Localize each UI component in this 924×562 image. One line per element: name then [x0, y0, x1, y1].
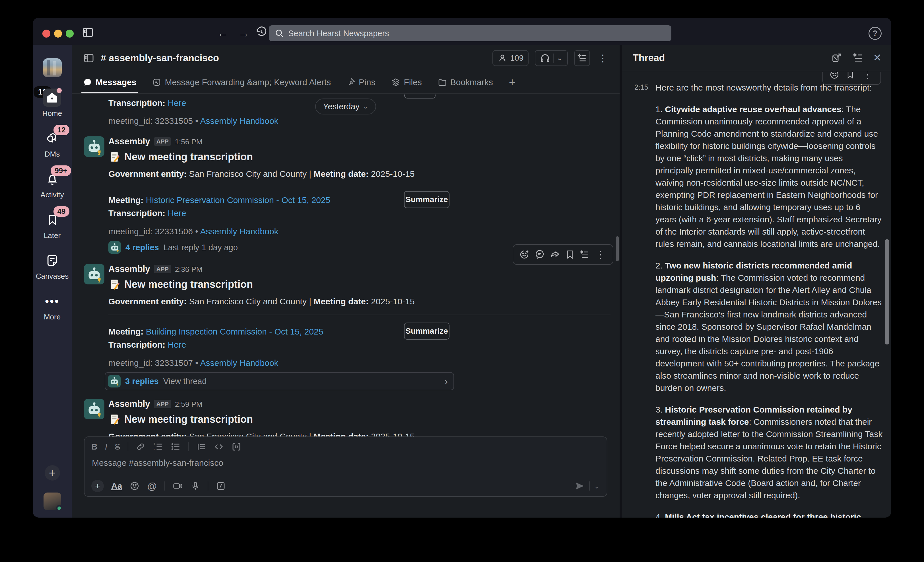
user-avatar[interactable]: [44, 493, 61, 510]
message-author[interactable]: Assembly: [108, 136, 150, 147]
channel-scrollbar-thumb[interactable]: [616, 236, 619, 261]
thread-message-timestamp[interactable]: 2:15: [634, 83, 648, 92]
tab-messages[interactable]: Messages: [83, 71, 136, 93]
strikethrough-icon[interactable]: S: [115, 442, 120, 452]
search-input[interactable]: [288, 29, 666, 38]
tab-bookmarks[interactable]: Bookmarks: [438, 71, 493, 93]
summarize-button[interactable]: Summarize: [404, 323, 450, 340]
later-unread-badge: 49: [54, 206, 70, 216]
sidebar-item-activity[interactable]: 99+ Activity: [40, 170, 64, 199]
message-input[interactable]: [92, 458, 562, 468]
message-list[interactable]: Yesterday ⌄ Transcription: Here meeting_…: [72, 95, 620, 436]
message-timestamp[interactable]: 1:56 PM: [175, 138, 202, 146]
date-divider-pill[interactable]: Yesterday ⌄: [315, 99, 376, 114]
forward-message-icon[interactable]: [550, 249, 560, 260]
add-reaction-icon[interactable]: [519, 249, 530, 260]
assembly-bot-avatar[interactable]: [84, 136, 104, 157]
summarize-button[interactable]: Summarize: [404, 191, 450, 208]
transcription-link[interactable]: Here: [168, 98, 186, 108]
huddle-button[interactable]: ⌄: [535, 50, 568, 66]
thread-replies-bar-hovered[interactable]: 3 replies View thread ›: [105, 372, 454, 390]
back-arrow-button[interactable]: ←: [217, 27, 228, 39]
more-actions-kebab[interactable]: ⋮: [861, 72, 874, 80]
sidebar-item-canvases[interactable]: Canvases: [36, 251, 69, 281]
close-icon[interactable]: ✕: [873, 52, 882, 64]
tab-add[interactable]: +: [509, 71, 516, 93]
sidebar-item-home[interactable]: Home: [42, 89, 62, 118]
channel-kebab-menu[interactable]: ⋮: [596, 53, 609, 64]
send-options-chevron-icon[interactable]: ⌄: [594, 482, 600, 491]
help-icon[interactable]: ?: [868, 27, 882, 40]
close-window-button[interactable]: [42, 30, 50, 38]
message-author[interactable]: Assembly: [108, 399, 150, 409]
message-heading: New meeting transcription: [124, 151, 253, 163]
history-clock-icon[interactable]: [255, 26, 267, 38]
message-composer[interactable]: B I S 12: [84, 436, 608, 497]
assembly-bot-avatar[interactable]: [84, 399, 104, 419]
handbook-link[interactable]: Assembly Handbook: [200, 116, 278, 126]
svg-text:1: 1: [154, 442, 155, 446]
sidebar-item-more[interactable]: ••• More: [43, 292, 62, 322]
person-icon: [498, 53, 507, 63]
forward-arrow-button[interactable]: →: [238, 27, 249, 39]
add-reaction-icon[interactable]: [829, 72, 840, 80]
bold-icon[interactable]: B: [92, 442, 98, 452]
sidebar-item-dms[interactable]: 12 DMs: [43, 129, 62, 159]
transcription-link[interactable]: Here: [168, 208, 186, 218]
ordered-list-icon[interactable]: 12: [153, 442, 163, 452]
video-icon[interactable]: [172, 481, 183, 491]
minimize-window-button[interactable]: [54, 30, 62, 38]
thread-body[interactable]: ⋮ 2:15 Here are the most newsworthy deta…: [622, 72, 891, 518]
bulleted-list-icon[interactable]: [170, 442, 181, 452]
zoom-window-button[interactable]: [66, 30, 74, 38]
checklist-icon[interactable]: [852, 52, 863, 63]
mention-icon[interactable]: @: [147, 481, 157, 492]
workspace-avatar[interactable]: [43, 59, 62, 77]
channel-canvas-button[interactable]: [574, 50, 590, 66]
replies-link[interactable]: 3 replies: [125, 377, 159, 386]
handbook-link[interactable]: Assembly Handbook: [200, 358, 278, 368]
assembly-bot-avatar[interactable]: [84, 264, 104, 284]
create-new-button[interactable]: +: [45, 465, 60, 481]
handbook-link[interactable]: Assembly Handbook: [200, 227, 278, 236]
italic-icon[interactable]: I: [105, 442, 107, 452]
tab-files[interactable]: Files: [391, 71, 422, 93]
thread-scrollbar-thumb[interactable]: [885, 239, 889, 344]
huddle-divider: [553, 54, 554, 63]
home-notification-dot: [57, 88, 62, 93]
more-actions-kebab[interactable]: ⋮: [594, 249, 607, 260]
code-icon[interactable]: [214, 442, 224, 452]
save-bookmark-icon[interactable]: [565, 250, 574, 259]
sidebar-item-later[interactable]: 49 Later: [43, 211, 62, 240]
messages-bubble-icon: [83, 78, 92, 87]
transcription-link[interactable]: Here: [168, 340, 186, 349]
message-author[interactable]: Assembly: [108, 264, 150, 274]
microphone-icon[interactable]: [190, 481, 200, 491]
channel-tabs: Messages Message Forwarding &amp; Keywor…: [72, 71, 620, 94]
meeting-link[interactable]: Building Inspection Commission - Oct 15,…: [146, 327, 324, 336]
emoji-icon[interactable]: [129, 481, 140, 491]
formatting-toggle-icon[interactable]: Aa: [111, 481, 122, 491]
tab-message-forwarding[interactable]: Message Forwarding &amp; Keyword Alerts: [152, 71, 331, 93]
send-icon[interactable]: [574, 481, 585, 491]
message-timestamp[interactable]: 2:36 PM: [175, 265, 202, 274]
channel-sidebar-toggle-icon[interactable]: [83, 53, 94, 64]
reply-in-thread-icon[interactable]: [534, 249, 545, 260]
history-sidebar-toggle-icon[interactable]: [82, 26, 94, 39]
channel-title[interactable]: # assembly-san-francisco: [101, 53, 219, 63]
attach-plus-button[interactable]: +: [92, 480, 104, 492]
tab-pins[interactable]: Pins: [347, 71, 375, 93]
slash-commands-icon[interactable]: [216, 481, 226, 491]
open-in-window-icon[interactable]: [831, 52, 842, 63]
channel-members-button[interactable]: 109: [492, 50, 529, 66]
checklist-icon[interactable]: [579, 249, 590, 260]
save-bookmark-icon[interactable]: [846, 72, 855, 79]
blockquote-icon[interactable]: [196, 442, 206, 452]
global-search[interactable]: [269, 26, 671, 41]
replies-link[interactable]: 4 replies: [126, 243, 159, 252]
app-badge: APP: [154, 265, 171, 273]
message-timestamp[interactable]: 2:59 PM: [175, 400, 202, 409]
meeting-link[interactable]: Historic Preservation Commission - Oct 1…: [146, 195, 331, 205]
code-block-icon[interactable]: [231, 442, 242, 452]
link-icon[interactable]: [136, 442, 146, 452]
